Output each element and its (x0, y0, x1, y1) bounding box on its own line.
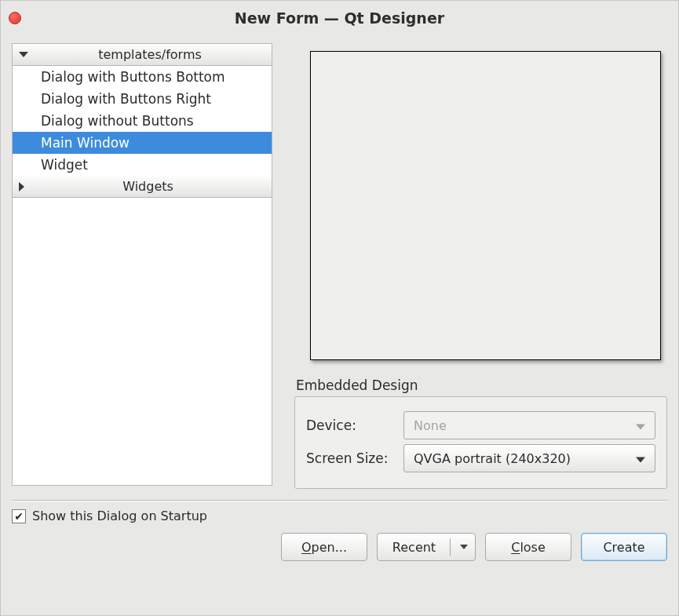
device-value: None (414, 418, 447, 433)
separator (12, 500, 667, 501)
device-combo: None (403, 411, 655, 439)
open-button-rest: pen... (312, 540, 347, 555)
dialog-content: templates/forms Dialog with Buttons Bott… (1, 35, 678, 489)
titlebar: New Form — Qt Designer (1, 1, 678, 35)
bottom-bar: ✔ Show this Dialog on Startup Open... Re… (1, 508, 678, 572)
chevron-down-icon (460, 545, 468, 549)
close-button[interactable]: Close (485, 533, 571, 561)
recent-button-label: Recent (392, 540, 436, 555)
chevron-down-icon (636, 451, 645, 466)
tree-item-main-window[interactable]: Main Window (13, 132, 272, 154)
button-separator (450, 538, 451, 556)
startup-checkbox-label: Show this Dialog on Startup (32, 508, 207, 523)
tree-item-widget[interactable]: Widget (13, 154, 272, 176)
tree-item-dialog-buttons-right[interactable]: Dialog with Buttons Right (13, 88, 272, 110)
template-tree[interactable]: templates/forms Dialog with Buttons Bott… (12, 43, 272, 486)
close-button-rest: lose (520, 540, 545, 555)
create-button-label: Create (603, 540, 644, 555)
tree-group-templates[interactable]: templates/forms (13, 44, 272, 66)
device-row: Device: None (306, 411, 655, 439)
tree-item-dialog-without-buttons[interactable]: Dialog without Buttons (13, 110, 272, 132)
screen-size-label: Screen Size: (306, 450, 392, 466)
screen-size-value: QVGA portrait (240x320) (414, 451, 571, 466)
chevron-right-icon (19, 182, 24, 191)
window-close-icon[interactable] (9, 12, 21, 24)
right-column: Embedded Design Device: None Screen Size… (294, 43, 667, 489)
window-title: New Form — Qt Designer (1, 9, 678, 27)
tree-group-label: templates/forms (35, 47, 265, 62)
screen-size-row: Screen Size: QVGA portrait (240x320) (306, 444, 655, 472)
startup-checkbox-row[interactable]: ✔ Show this Dialog on Startup (12, 508, 667, 523)
form-preview (310, 51, 661, 360)
recent-button[interactable]: Recent (377, 533, 476, 561)
embedded-design-title: Embedded Design (296, 377, 667, 393)
tree-item-dialog-buttons-bottom[interactable]: Dialog with Buttons Bottom (13, 66, 272, 88)
device-label: Device: (306, 417, 392, 433)
create-button[interactable]: Create (581, 533, 667, 561)
startup-checkbox[interactable]: ✔ (12, 509, 26, 523)
tree-group-label: Widgets (31, 179, 265, 194)
tree-group-widgets[interactable]: Widgets (13, 176, 272, 198)
button-row: Open... Recent Close Create (12, 533, 667, 561)
screen-size-combo[interactable]: QVGA portrait (240x320) (403, 444, 655, 472)
open-button[interactable]: Open... (281, 533, 367, 561)
tree-items: Dialog with Buttons Bottom Dialog with B… (13, 66, 272, 176)
chevron-down-icon (636, 418, 645, 433)
embedded-design-group: Device: None Screen Size: QVGA portrait … (294, 396, 667, 489)
chevron-down-icon (19, 52, 28, 57)
